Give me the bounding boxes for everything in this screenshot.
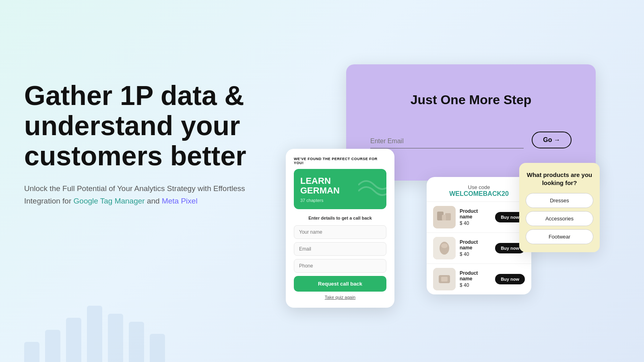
category-footwear-btn[interactable]: Footwear bbox=[526, 229, 593, 244]
products-popup: Use code WELCOMEBACK20 Product name $ 40… bbox=[427, 177, 531, 294]
buy-button-3[interactable]: Buy now bbox=[495, 274, 525, 284]
course-subtitle: Enter details to get a call back bbox=[294, 216, 386, 220]
product-img-icon-1 bbox=[433, 206, 456, 228]
course-card: LEARNGERMAN 37 chapters bbox=[294, 169, 386, 209]
category-accessories-btn[interactable]: Accessories bbox=[526, 211, 593, 226]
course-popup: WE'VE FOUND THE PERFECT COURSE FOR YOU! … bbox=[286, 149, 394, 308]
deco-bar-3 bbox=[66, 318, 81, 362]
product-name-2: Product name bbox=[460, 239, 491, 251]
deco-bar-5 bbox=[108, 314, 123, 362]
promo-text: Use code bbox=[435, 184, 523, 190]
product-info-3: Product name $ 40 bbox=[460, 270, 491, 288]
deco-bar-6 bbox=[129, 322, 144, 362]
deco-bar-2 bbox=[45, 330, 60, 362]
deco-bar-7 bbox=[150, 334, 165, 362]
gtm-link[interactable]: Google Tag Manager bbox=[74, 197, 145, 205]
name-input[interactable] bbox=[294, 225, 386, 239]
phone-field[interactable] bbox=[294, 259, 386, 273]
deco-bar-4 bbox=[87, 306, 102, 362]
go-button[interactable]: Go → bbox=[532, 132, 572, 148]
product-name-1: Product name bbox=[460, 208, 491, 220]
product-item-2: Product name $ 40 Buy now bbox=[427, 232, 531, 263]
svg-rect-2 bbox=[445, 213, 451, 220]
sub-text: Unlock the Full Potential of Your Analyt… bbox=[24, 183, 274, 207]
svg-rect-3 bbox=[442, 215, 446, 220]
product-name-3: Product name bbox=[460, 270, 491, 282]
deco-bars bbox=[24, 306, 165, 362]
main-heading: Gather 1P data & understand your custome… bbox=[24, 80, 298, 171]
meta-link[interactable]: Meta Pixel bbox=[162, 197, 198, 205]
svg-point-6 bbox=[441, 243, 448, 248]
product-item-3: Product name $ 40 Buy now bbox=[427, 263, 531, 294]
svg-rect-9 bbox=[441, 277, 448, 282]
course-chapters: 37 chapters bbox=[300, 198, 380, 203]
product-info-1: Product name $ 40 bbox=[460, 208, 491, 226]
promo-code: WELCOMEBACK20 bbox=[435, 190, 523, 197]
category-title: What products are you looking for? bbox=[526, 171, 593, 187]
take-quiz-link[interactable]: Take quiz again bbox=[294, 295, 386, 300]
hero-section: Gather 1P data & understand your custome… bbox=[24, 80, 298, 207]
deco-bar-1 bbox=[24, 342, 39, 362]
email-field[interactable] bbox=[294, 242, 386, 256]
product-item-1: Product name $ 40 Buy now bbox=[427, 202, 531, 232]
course-name: LEARNGERMAN bbox=[300, 176, 380, 195]
product-image-2 bbox=[433, 237, 456, 259]
found-label: WE'VE FOUND THE PERFECT COURSE FOR YOU! bbox=[294, 157, 386, 165]
email-input[interactable] bbox=[370, 134, 524, 148]
product-price-3: $ 40 bbox=[460, 282, 491, 288]
promo-section: Use code WELCOMEBACK20 bbox=[427, 177, 531, 202]
product-img-icon-2 bbox=[433, 237, 456, 259]
request-callback-button[interactable]: Request call back bbox=[294, 276, 386, 292]
category-dresses-btn[interactable]: Dresses bbox=[526, 193, 593, 208]
product-image-1 bbox=[433, 206, 456, 228]
product-price-1: $ 40 bbox=[460, 220, 491, 226]
product-image-3 bbox=[433, 268, 456, 290]
step-popup-title: Just One More Step bbox=[370, 93, 572, 107]
product-img-icon-3 bbox=[433, 268, 456, 290]
product-price-2: $ 40 bbox=[460, 251, 491, 257]
product-info-2: Product name $ 40 bbox=[460, 239, 491, 257]
category-popup: What products are you looking for? Dress… bbox=[519, 163, 600, 252]
